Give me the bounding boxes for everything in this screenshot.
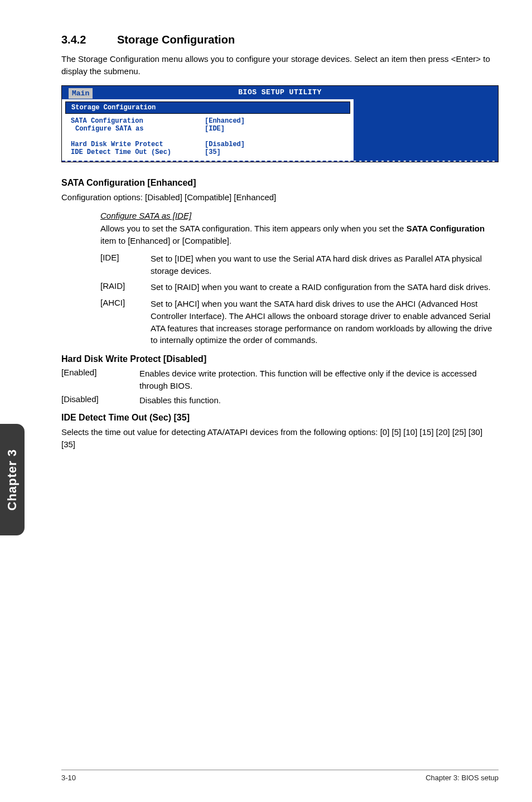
bios-utility-title: BIOS SETUP UTILITY [238,88,321,96]
desc-part1: Allows you to set the SATA configuration… [100,224,407,233]
ide-detect-text: Selects the time out value for detecting… [61,426,499,451]
page-footer: 3-10 Chapter 3: BIOS setup [0,770,532,782]
bios-subheader: Storage Configuration [65,102,350,114]
bios-dash-border [62,161,498,162]
section-number: 3.4.2 [61,33,117,46]
option-key: [Enabled] [61,368,139,392]
bios-row: IDE Detect Time Out (Sec) [35] [71,148,345,156]
option-key: [Disabled] [61,394,139,407]
desc-part2: item to [Enhanced] or [Compatible]. [100,236,231,245]
option-text: Disables this function. [139,394,499,407]
configure-sata-as-desc: Allows you to set the SATA configuration… [100,223,499,247]
chapter-label: Chapter 3: BIOS setup [425,774,499,782]
option-row: [AHCI] Set to [AHCI] when you want the S… [100,298,499,346]
bios-row-value: [35] [205,148,221,156]
chapter-side-tab-label: Chapter 3 [5,449,20,510]
desc-bold: SATA Configuration [407,224,485,233]
bios-row-value: [IDE] [205,125,225,133]
section-title: Storage Configuration [117,33,235,46]
bios-right-pane [354,99,498,161]
option-key: [IDE] [100,253,151,277]
sata-config-options: Configuration options: [Disabled] [Compa… [61,191,499,204]
option-row: [Disabled] Disables this function. [61,394,499,407]
option-key: [AHCI] [100,298,151,346]
bios-titlebar: Main BIOS SETUP UTILITY [62,86,498,99]
bios-row-label: IDE Detect Time Out (Sec) [71,148,205,156]
bios-row-label: Configure SATA as [71,125,205,133]
bios-row: Hard Disk Write Protect [Disabled] [71,141,345,148]
bios-row-label: Hard Disk Write Protect [71,141,205,148]
option-text: Set to [RAID] when you want to create a … [151,281,499,293]
bios-row: Configure SATA as [IDE] [71,125,345,133]
bios-row-value: [Enhanced] [205,117,245,125]
option-row: [Enabled] Enables device write protectio… [61,368,499,392]
option-text: Set to [IDE] when you want to use the Se… [151,253,499,277]
option-text: Set to [AHCI] when you want the SATA har… [151,298,499,346]
hdwp-heading: Hard Disk Write Protect [Disabled] [61,354,499,364]
sata-config-heading: SATA Configuration [Enhanced] [61,178,499,188]
page-number: 3-10 [61,774,76,782]
bios-tab-main: Main [69,88,93,99]
bios-row: SATA Configuration [Enhanced] [71,117,345,125]
option-key: [RAID] [100,281,151,293]
bios-left-pane: Storage Configuration SATA Configuration… [62,99,354,161]
option-row: [RAID] Set to [RAID] when you want to cr… [100,281,499,293]
section-heading: 3.4.2Storage Configuration [61,33,499,46]
bios-row-label: SATA Configuration [71,117,205,125]
option-row: [IDE] Set to [IDE] when you want to use … [100,253,499,277]
chapter-side-tab: Chapter 3 [0,424,25,535]
configure-sata-as-heading: Configure SATA as [IDE] [100,211,499,220]
bios-row-value: [Disabled] [205,141,245,148]
ide-detect-heading: IDE Detect Time Out (Sec) [35] [61,413,499,423]
bios-panel: Main BIOS SETUP UTILITY Storage Configur… [61,85,499,162]
intro-paragraph: The Storage Configuration menu allows yo… [61,53,499,78]
option-text: Enables device write protection. This fu… [139,368,499,392]
